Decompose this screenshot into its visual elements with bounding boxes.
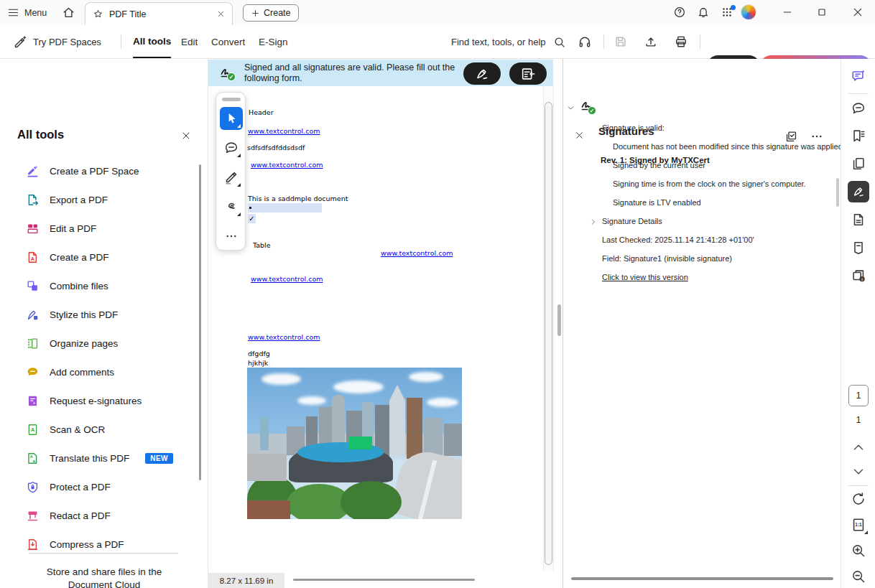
document-scrollbar-thumb[interactable] <box>545 102 552 565</box>
sidebar-item-stylize-this-pdf[interactable]: Stylize this PDF <box>0 300 198 329</box>
window-minimize-icon[interactable] <box>782 6 793 18</box>
previous-page-chevron-icon[interactable] <box>851 439 866 455</box>
left-panel-divider <box>29 553 178 554</box>
help-icon[interactable] <box>673 6 686 19</box>
find-input[interactable]: Find text, tools, or help <box>451 29 566 55</box>
rail-divider <box>848 485 869 486</box>
right-tool-rail: i 1 1:1 <box>841 59 875 588</box>
highlight-pen-tool-button[interactable] <box>220 166 243 189</box>
sidebar-item-edit-a-pdf[interactable]: Edit a PDF <box>0 214 198 243</box>
sidebar-item-translate-this-pdf[interactable]: AaTranslate this PDFNEW <box>0 444 198 472</box>
print-icon[interactable] <box>674 34 688 49</box>
sidebar-item-scan-ocr[interactable]: AScan & OCR <box>0 415 198 444</box>
quick-tools-palette <box>216 92 246 251</box>
window-close-icon[interactable] <box>852 6 864 18</box>
sidebar-item-label: Create a PDF <box>50 252 109 263</box>
tool-list: Create a PDF SpaceExport a PDFEdit a PDF… <box>0 157 198 559</box>
avatar[interactable] <box>741 4 756 20</box>
pages-rail-icon[interactable] <box>851 156 866 172</box>
pdf-spaces-pen-icon <box>13 34 28 50</box>
sidebar-item-create-a-pdf-space[interactable]: Create a PDF Space <box>0 157 198 185</box>
document-cloud-text: Store and share files in the Document Cl… <box>32 566 176 588</box>
palette-drag-handle[interactable] <box>222 98 241 101</box>
sidebar-item-redact-a-pdf[interactable]: Redact a PDF <box>0 501 198 530</box>
sidebar-item-organize-pages[interactable]: Organize pages <box>0 329 198 358</box>
view-version-link[interactable]: Click to view this version <box>602 273 688 281</box>
signatures-rail-icon-active[interactable] <box>848 181 869 202</box>
form-text-field[interactable] <box>248 203 322 213</box>
signatures-vertical-scrollbar[interactable] <box>836 178 839 207</box>
signatures-panel: Signatures ✓ Rev. 1: Signed by MyTXCert … <box>563 59 841 588</box>
details-expand-chevron-icon[interactable] <box>589 218 598 226</box>
doc-link[interactable]: www.textcontrol.com <box>381 249 453 257</box>
next-page-chevron-icon[interactable] <box>851 464 866 480</box>
comments-rail-icon[interactable] <box>851 101 866 116</box>
window-maximize-icon[interactable] <box>816 6 828 18</box>
sidebar-item-request-e-signatures[interactable]: Request e-signatures <box>0 386 198 415</box>
doc-link[interactable]: www.textcontrol.com <box>248 127 320 135</box>
signature-details-toggle[interactable]: Signature Details <box>602 217 662 225</box>
zoom-in-icon[interactable] <box>851 543 866 559</box>
title-bar: Menu PDF Title Create <box>0 0 875 25</box>
panel-options-dots-icon[interactable] <box>810 130 823 143</box>
sidebar-item-label: Compress a PDF <box>50 539 124 550</box>
panel-resize-handle[interactable] <box>557 304 561 336</box>
sidebar-item-protect-a-pdf[interactable]: Protect a PDF <box>0 472 198 501</box>
comment-tool-button[interactable] <box>220 136 243 159</box>
read-aloud-headphones-icon[interactable] <box>578 34 592 49</box>
rev-collapse-chevron-icon[interactable] <box>566 103 575 113</box>
tab-close-icon[interactable] <box>217 10 225 18</box>
svg-text:A: A <box>31 427 34 433</box>
svg-text:a: a <box>32 458 35 462</box>
home-button[interactable] <box>62 0 75 25</box>
panel-close-icon[interactable] <box>181 131 191 141</box>
attachments-rail-icon[interactable] <box>851 212 866 228</box>
output-info-rail-icon[interactable]: i <box>851 268 866 284</box>
tab-edit[interactable]: Edit <box>181 25 198 58</box>
sidebar-item-combine-files[interactable]: Combine files <box>0 271 198 300</box>
sidebar-item-export-a-pdf[interactable]: Export a PDF <box>0 185 198 214</box>
menu-button[interactable]: Menu <box>7 0 47 25</box>
page-number-input[interactable] <box>848 385 869 406</box>
upload-cloud-icon[interactable] <box>644 34 658 49</box>
doc-link[interactable]: www.textcontrol.com <box>251 275 323 283</box>
sidebar-item-compress-a-pdf[interactable]: Compress a PDF <box>0 530 198 559</box>
left-panel-scrollbar[interactable] <box>199 164 201 480</box>
select-tool-button[interactable] <box>220 107 243 130</box>
draw-tool-button[interactable] <box>220 195 243 218</box>
signatures-close-icon[interactable] <box>575 131 584 140</box>
svg-text:1:1: 1:1 <box>855 522 862 527</box>
notifications-bell-icon[interactable] <box>697 6 710 19</box>
doc-link[interactable]: www.textcontrol.com <box>248 333 320 341</box>
sidebar-item-add-comments[interactable]: Add comments <box>0 358 198 386</box>
form-fields-button[interactable] <box>509 62 547 85</box>
form-checkbox[interactable]: ✓ <box>248 214 256 223</box>
zoom-out-icon[interactable] <box>851 569 866 584</box>
ai-assistant-rail-icon[interactable] <box>851 68 866 84</box>
document-tab[interactable]: PDF Title <box>85 2 233 25</box>
more-tools-button[interactable] <box>220 225 243 248</box>
tab-convert[interactable]: Convert <box>211 25 245 58</box>
signatures-horizontal-scrollbar[interactable] <box>571 577 833 580</box>
star-icon[interactable] <box>93 9 103 19</box>
document-horizontal-scrollbar[interactable] <box>293 579 475 581</box>
tags-rail-icon[interactable] <box>851 240 866 256</box>
try-pdf-spaces-button[interactable]: Try PDF Spaces <box>13 29 101 55</box>
create-tab-button[interactable]: Create <box>243 4 299 22</box>
doc-link[interactable]: www.textcontrol.com <box>251 161 323 169</box>
redact-pdf-icon <box>26 509 40 523</box>
tab-e-sign[interactable]: E-Sign <box>259 25 288 58</box>
fill-and-sign-button[interactable] <box>463 62 501 85</box>
request-esign-icon <box>26 394 40 408</box>
bookmarks-rail-icon[interactable] <box>851 128 866 144</box>
zoom-fit-flyout-corner <box>864 531 868 534</box>
sidebar-item-label: Add comments <box>50 367 114 378</box>
banner-message: Signed and all signatures are valid. Ple… <box>244 62 471 85</box>
page-number-field[interactable] <box>849 386 868 406</box>
sidebar-item-label: Request e-signatures <box>50 396 142 406</box>
tool-flyout-corner <box>237 183 241 187</box>
zoom-fit-icon[interactable]: 1:1 <box>851 517 866 533</box>
tab-all-tools[interactable]: All tools <box>133 25 171 58</box>
sidebar-item-create-a-pdf[interactable]: ACreate a PDF <box>0 243 198 271</box>
rotate-page-icon[interactable] <box>851 491 866 507</box>
